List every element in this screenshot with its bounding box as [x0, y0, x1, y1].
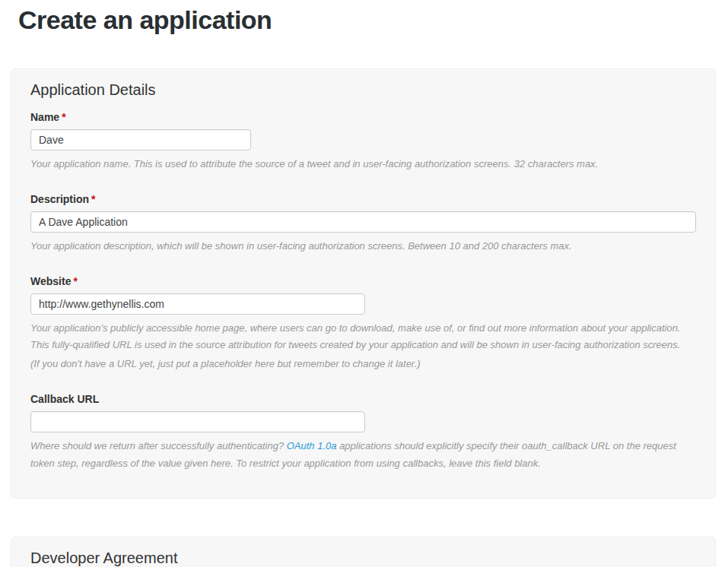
name-label-text: Name [30, 111, 59, 123]
website-label-text: Website [30, 275, 71, 287]
description-field-group: Description* Your application descriptio… [30, 193, 696, 255]
description-helper-text: Your application description, which will… [30, 238, 696, 255]
description-input[interactable] [30, 211, 696, 233]
name-required-asterisk: * [62, 111, 65, 123]
description-label-text: Description [30, 193, 89, 205]
callback-url-label: Callback URL [30, 393, 696, 405]
name-label: Name* [30, 111, 696, 123]
callback-url-label-text: Callback URL [30, 393, 99, 405]
callback-url-field-group: Callback URL Where should we return afte… [30, 393, 696, 473]
name-field-group: Name* Your application name. This is use… [30, 111, 696, 173]
name-input[interactable] [30, 129, 251, 150]
page-title: Create an application [18, 5, 728, 35]
oauth-1-0a-link[interactable]: OAuth 1.0a [287, 440, 337, 451]
name-helper-text: Your application name. This is used to a… [30, 156, 696, 173]
description-label: Description* [30, 193, 696, 205]
description-required-asterisk: * [91, 193, 95, 205]
website-field-group: Website* Your application's publicly acc… [30, 275, 696, 373]
callback-url-helper-text: Where should we return after successfull… [30, 438, 696, 473]
application-details-panel: Application Details Name* Your applicati… [11, 68, 716, 499]
application-details-heading: Application Details [30, 81, 696, 99]
website-label: Website* [30, 275, 696, 287]
developer-agreement-panel: Developer Agreement Yes, I have read and… [11, 537, 716, 567]
website-input[interactable] [30, 293, 365, 315]
website-helper-text-1: Your application's publicly accessible h… [30, 320, 696, 355]
developer-agreement-heading: Developer Agreement [30, 549, 696, 567]
website-required-asterisk: * [73, 275, 77, 287]
callback-helper-prefix: Where should we return after successfull… [30, 440, 287, 451]
callback-url-input[interactable] [30, 411, 365, 432]
website-helper-text-2: (If you don't have a URL yet, just put a… [30, 356, 696, 373]
